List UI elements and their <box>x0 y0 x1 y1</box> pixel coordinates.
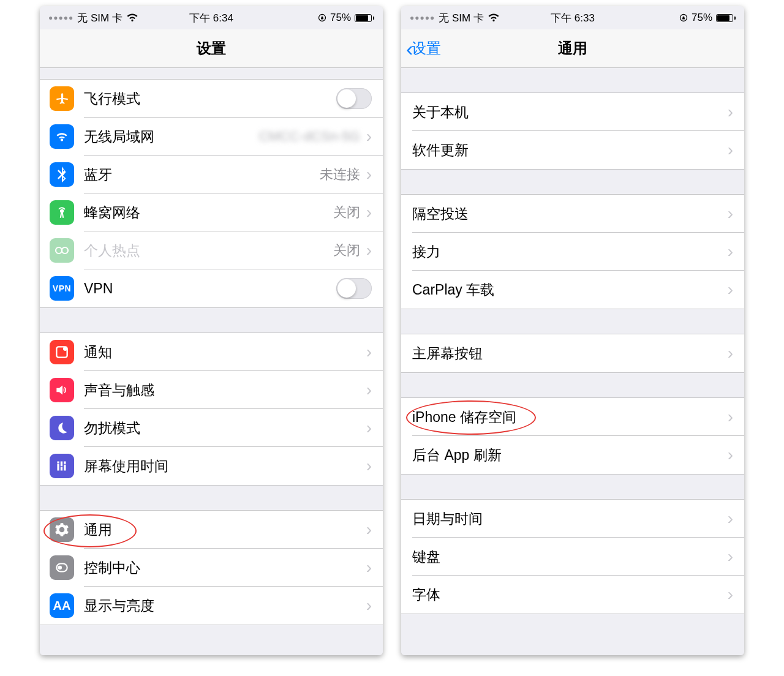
chevron-right-icon: › <box>366 204 372 221</box>
fonts-row[interactable]: 字体 › <box>401 576 744 614</box>
dnd-icon <box>50 416 74 440</box>
notifications-row[interactable]: 通知 › <box>40 333 383 371</box>
vpn-switch[interactable] <box>336 278 372 299</box>
chevron-right-icon: › <box>366 344 372 361</box>
hotspot-label: 个人热点 <box>84 241 333 260</box>
svg-point-1 <box>56 247 62 254</box>
notifications-label: 通知 <box>84 343 363 362</box>
control-center-label: 控制中心 <box>84 558 363 577</box>
about-group: 关于本机 › 软件更新 › <box>401 92 744 170</box>
chevron-right-icon: › <box>728 586 733 603</box>
nav-bar: ‹ 设置 通用 <box>401 29 744 68</box>
wifi-icon <box>50 124 74 149</box>
status-bar: ●●●●● 无 SIM 卡 下午 6:34 75% <box>40 6 383 29</box>
handoff-row[interactable]: 接力 › <box>401 233 744 271</box>
hotspot-icon <box>50 238 74 263</box>
vpn-row[interactable]: VPN VPN <box>40 269 383 307</box>
airplane-icon <box>50 86 74 111</box>
dnd-label: 勿扰模式 <box>84 419 363 438</box>
airdrop-row[interactable]: 隔空投送 › <box>401 195 744 233</box>
carrier-label: 无 SIM 卡 <box>77 11 123 25</box>
carplay-label: CarPlay 车载 <box>412 280 724 299</box>
carrier-label: 无 SIM 卡 <box>439 11 484 25</box>
background-refresh-row[interactable]: 后台 App 刷新 › <box>401 436 744 474</box>
wifi-status-icon <box>126 13 138 22</box>
keyboard-label: 键盘 <box>412 547 724 566</box>
screentime-row[interactable]: 屏幕使用时间 › <box>40 447 383 485</box>
battery-pct-label: 75% <box>330 12 351 24</box>
about-label: 关于本机 <box>412 103 724 122</box>
settings-list[interactable]: 飞行模式 无线局域网 CMCC-dCSn-5G › 蓝牙 未连接 › <box>40 68 383 655</box>
iphone-storage-row[interactable]: iPhone 储存空间 › <box>401 398 744 436</box>
chevron-right-icon: › <box>728 141 733 159</box>
device-group: 通用 › 控制中心 › AA 显示与亮度 › <box>40 510 383 625</box>
signal-dots-icon: ●●●●● <box>48 13 74 22</box>
control-center-row[interactable]: 控制中心 › <box>40 549 383 587</box>
chevron-right-icon: › <box>728 281 733 298</box>
about-row[interactable]: 关于本机 › <box>401 93 744 131</box>
general-row[interactable]: 通用 › <box>40 511 383 549</box>
display-icon: AA <box>50 593 74 618</box>
chevron-right-icon: › <box>366 597 372 614</box>
screentime-label: 屏幕使用时间 <box>84 457 363 476</box>
storage-group: iPhone 储存空间 › 后台 App 刷新 › <box>401 397 744 475</box>
battery-icon <box>716 14 736 22</box>
keyboard-row[interactable]: 键盘 › <box>401 538 744 576</box>
page-title: 设置 <box>197 39 226 58</box>
screentime-icon <box>50 454 74 478</box>
cellular-label: 蜂窝网络 <box>84 203 333 222</box>
alerts-group: 通知 › 声音与触感 › 勿扰模式 › <box>40 332 383 486</box>
wifi-label: 无线局域网 <box>84 127 259 146</box>
sounds-icon <box>50 378 74 402</box>
handoff-label: 接力 <box>412 242 724 261</box>
display-row[interactable]: AA 显示与亮度 › <box>40 587 383 625</box>
general-list[interactable]: 关于本机 › 软件更新 › 隔空投送 › 接力 › CarPlay 车载 <box>401 68 744 655</box>
connectivity-group: 飞行模式 无线局域网 CMCC-dCSn-5G › 蓝牙 未连接 › <box>40 79 383 308</box>
chevron-right-icon: › <box>728 243 733 260</box>
vpn-label: VPN <box>84 280 336 297</box>
general-screen: ●●●●● 无 SIM 卡 下午 6:33 75% ‹ 设置 通用 关 <box>401 6 744 655</box>
bluetooth-row[interactable]: 蓝牙 未连接 › <box>40 156 383 193</box>
wifi-row[interactable]: 无线局域网 CMCC-dCSn-5G › <box>40 118 383 156</box>
cellular-row[interactable]: 蜂窝网络 关闭 › <box>40 193 383 231</box>
back-button[interactable]: ‹ 设置 <box>406 38 441 59</box>
status-bar: ●●●●● 无 SIM 卡 下午 6:33 75% <box>401 6 744 29</box>
orientation-lock-icon <box>318 13 326 22</box>
software-update-row[interactable]: 软件更新 › <box>401 131 744 169</box>
hotspot-row[interactable]: 个人热点 关闭 › <box>40 231 383 269</box>
chevron-right-icon: › <box>366 521 372 538</box>
signal-dots-icon: ●●●●● <box>410 13 435 22</box>
carplay-row[interactable]: CarPlay 车载 › <box>401 271 744 309</box>
chevron-right-icon: › <box>728 345 733 362</box>
iphone-storage-label: iPhone 储存空间 <box>412 408 724 427</box>
bluetooth-icon <box>50 162 74 187</box>
home-button-label: 主屏幕按钮 <box>412 344 724 363</box>
wifi-value: CMCC-dCSn-5G <box>259 129 360 145</box>
chevron-right-icon: › <box>728 408 733 426</box>
chevron-right-icon: › <box>366 166 372 183</box>
control-center-icon <box>50 555 74 580</box>
fonts-label: 字体 <box>412 585 724 604</box>
svg-point-6 <box>58 566 62 570</box>
svg-point-2 <box>62 247 68 254</box>
hotspot-value: 关闭 <box>333 241 360 260</box>
chevron-right-icon: › <box>728 548 733 565</box>
date-time-row[interactable]: 日期与时间 › <box>401 500 744 538</box>
vpn-icon: VPN <box>50 276 74 301</box>
sounds-row[interactable]: 声音与触感 › <box>40 371 383 409</box>
bluetooth-label: 蓝牙 <box>84 165 320 184</box>
back-label: 设置 <box>412 39 441 58</box>
sounds-label: 声音与触感 <box>84 381 363 400</box>
airplane-mode-row[interactable]: 飞行模式 <box>40 80 383 118</box>
svg-point-4 <box>63 347 67 351</box>
airplane-label: 飞行模式 <box>84 89 336 108</box>
background-refresh-label: 后台 App 刷新 <box>412 446 724 465</box>
airplane-switch[interactable] <box>336 88 372 109</box>
chevron-right-icon: › <box>366 559 372 576</box>
cellular-value: 关闭 <box>333 203 360 222</box>
home-button-row[interactable]: 主屏幕按钮 › <box>401 334 744 372</box>
chevron-right-icon: › <box>366 419 372 437</box>
dnd-row[interactable]: 勿扰模式 › <box>40 409 383 447</box>
chevron-right-icon: › <box>366 128 372 145</box>
homebutton-group: 主屏幕按钮 › <box>401 334 744 373</box>
